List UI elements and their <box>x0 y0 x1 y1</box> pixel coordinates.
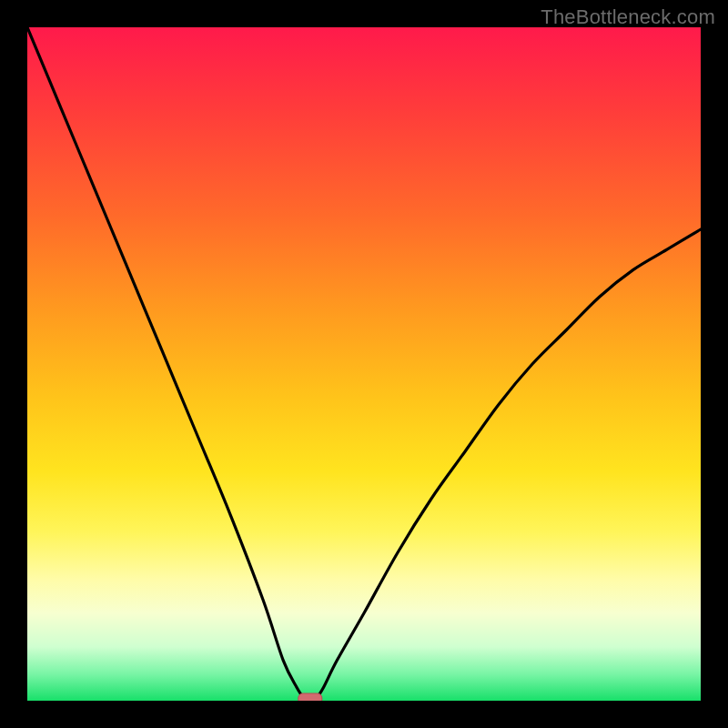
bottleneck-curve <box>27 27 701 701</box>
optimum-marker <box>298 693 322 701</box>
plot-area <box>27 27 701 701</box>
chart-frame: TheBottleneck.com <box>0 0 728 728</box>
chart-svg <box>27 27 701 701</box>
watermark-text: TheBottleneck.com <box>541 5 715 29</box>
